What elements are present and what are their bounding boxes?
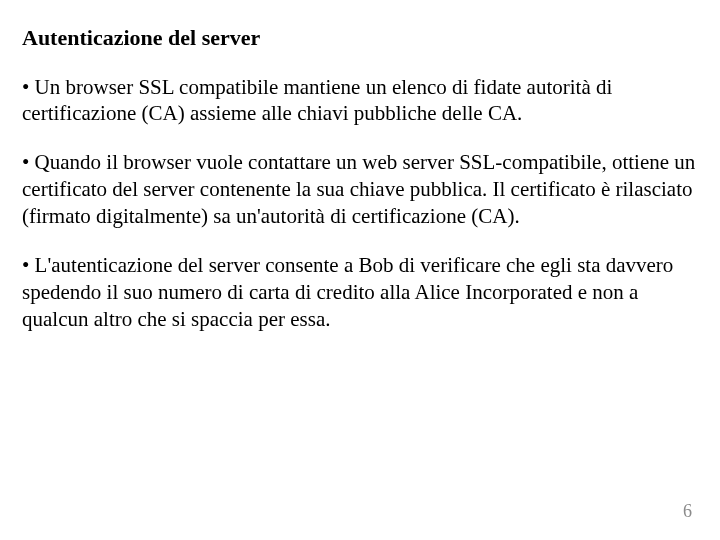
bullet-text: Quando il browser vuole contattare un we… <box>22 150 695 228</box>
slide-title: Autenticazione del server <box>22 24 698 52</box>
bullet-dot-icon: • <box>22 75 29 99</box>
bullet-item: • Quando il browser vuole contattare un … <box>22 149 698 230</box>
bullet-dot-icon: • <box>22 253 29 277</box>
bullet-text: L'autenticazione del server consente a B… <box>22 253 673 331</box>
bullet-text: Un browser SSL compatibile mantiene un e… <box>22 75 612 126</box>
bullet-dot-icon: • <box>22 150 29 174</box>
bullet-item: • L'autenticazione del server consente a… <box>22 252 698 333</box>
page-number: 6 <box>683 501 692 522</box>
slide: Autenticazione del server • Un browser S… <box>0 0 720 540</box>
bullet-item: • Un browser SSL compatibile mantiene un… <box>22 74 698 128</box>
